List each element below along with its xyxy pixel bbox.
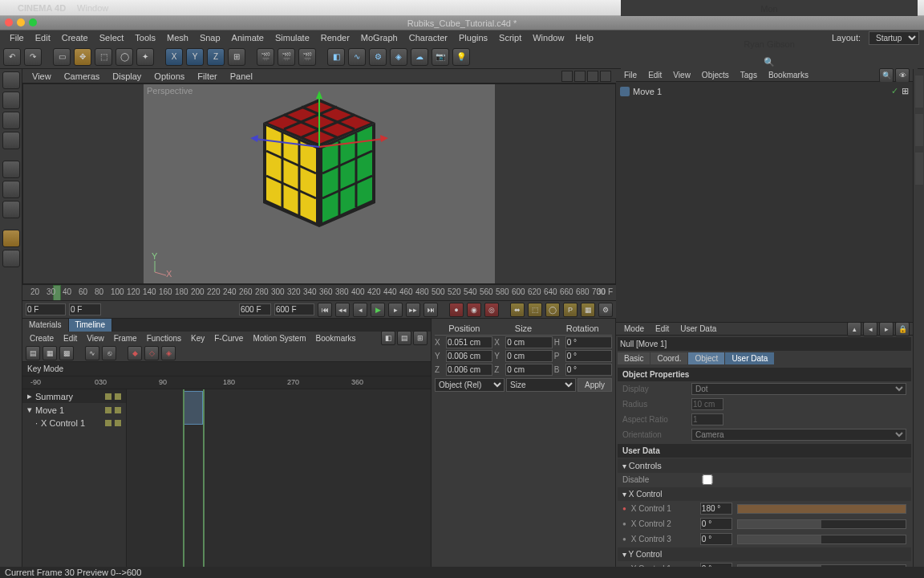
vp-nav-1[interactable] <box>561 71 573 82</box>
points-mode[interactable] <box>2 161 20 178</box>
tl-menu-edit[interactable]: Edit <box>59 333 81 344</box>
om-item-move1[interactable]: Move 1 ✓ ⊞ <box>619 85 910 97</box>
undo-button[interactable]: ↶ <box>3 48 21 66</box>
close-icon[interactable] <box>5 18 13 26</box>
goto-end-button[interactable]: ⏭ <box>424 303 438 317</box>
radius-field[interactable] <box>691 398 723 410</box>
deformer-tool[interactable]: ◈ <box>390 48 407 66</box>
menu-help[interactable]: Help <box>570 31 598 44</box>
time-ruler[interactable]: 2030406080100120140160180200220240260280… <box>22 284 616 300</box>
group-header[interactable]: ▾ X Control <box>618 487 911 501</box>
tl-menu-functions[interactable]: Functions <box>143 333 185 344</box>
key-options[interactable]: ⚙ <box>598 303 613 317</box>
tl-tool-1[interactable]: ▤ <box>26 346 40 360</box>
om-menu-tags[interactable]: Tags <box>736 70 762 80</box>
tab-structure-icon[interactable] <box>915 114 923 146</box>
control-slider[interactable] <box>737 519 906 529</box>
tl-tool-3[interactable]: ▩ <box>59 346 74 360</box>
object-manager[interactable]: Move 1 ✓ ⊞ <box>616 82 913 323</box>
scale-tool[interactable]: ⬚ <box>95 48 112 66</box>
om-menu-view[interactable]: View <box>668 70 695 80</box>
menu-animate[interactable]: Animate <box>227 31 269 44</box>
userdata-tag-icon[interactable]: ⊞ <box>902 86 909 96</box>
menu-select[interactable]: Select <box>95 31 129 44</box>
size-Y-field[interactable] <box>505 350 552 362</box>
key-rot[interactable]: ◯ <box>545 303 560 317</box>
texture-mode[interactable] <box>2 112 20 129</box>
size-Z-field[interactable] <box>505 364 552 376</box>
generator-tool[interactable]: ⚙ <box>369 48 387 66</box>
rot-X-field[interactable] <box>565 336 612 348</box>
move-tool[interactable]: ✥ <box>74 48 91 66</box>
tab-objects-icon[interactable] <box>915 75 923 108</box>
menu-plugins[interactable]: Plugins <box>454 31 492 44</box>
vp-nav-3[interactable] <box>587 71 598 82</box>
tl-opt-1[interactable]: ◧ <box>381 331 395 345</box>
pos-Z-field[interactable] <box>446 364 492 376</box>
viewport-solo[interactable] <box>2 250 20 267</box>
menu-mesh[interactable]: Mesh <box>162 31 193 44</box>
tl-tool-2[interactable]: ▦ <box>43 346 57 360</box>
app-name[interactable]: CINEMA 4D <box>18 3 66 13</box>
tl-playhead[interactable] <box>203 389 205 567</box>
select-tool[interactable]: ▭ <box>53 48 71 66</box>
tl-tool-5[interactable]: ⎋ <box>102 346 116 360</box>
viewport[interactable]: Perspective <box>22 83 616 284</box>
tab-timeline[interactable]: Timeline <box>69 319 112 332</box>
polygons-mode[interactable] <box>2 201 20 218</box>
tl-menu-create[interactable]: Create <box>26 333 58 344</box>
redo-button[interactable]: ↷ <box>24 48 42 66</box>
tab-attributes-icon[interactable] <box>915 153 923 185</box>
range-end-field[interactable] <box>239 303 271 315</box>
rotate-tool[interactable]: ◯ <box>116 48 133 66</box>
control-slider[interactable] <box>737 564 906 568</box>
coord-mode-select[interactable]: Object (Rel) <box>435 378 505 392</box>
play-button[interactable]: ▶ <box>371 303 385 317</box>
vp-menu-view[interactable]: View <box>27 70 56 83</box>
menu-edit[interactable]: Edit <box>30 31 55 44</box>
attr-tab-object[interactable]: Object <box>688 352 724 364</box>
menu-simulate[interactable]: Simulate <box>270 31 314 44</box>
tl-menu-motion[interactable]: Motion System <box>249 333 310 344</box>
size-X-field[interactable] <box>505 336 552 348</box>
tl-row-xcontrol1[interactable]: X Control 1 <box>41 418 85 428</box>
control-slider[interactable] <box>737 504 906 514</box>
cube-primitive[interactable]: ◧ <box>327 48 345 66</box>
menu-create[interactable]: Create <box>57 31 93 44</box>
y-axis-toggle[interactable]: Y <box>186 48 204 66</box>
tl-row-move1[interactable]: Move 1 <box>35 405 64 415</box>
prev-frame-button[interactable]: ◂ <box>353 303 367 317</box>
control-slider[interactable] <box>737 535 906 544</box>
minimize-icon[interactable] <box>17 18 25 26</box>
workplane-mode[interactable] <box>2 132 20 149</box>
orient-select[interactable]: Camera <box>691 429 906 441</box>
attr-tab-userdata[interactable]: User Data <box>725 352 774 364</box>
control-value-field[interactable] <box>700 533 732 545</box>
render-settings[interactable]: 🎬 <box>298 48 316 66</box>
control-value-field[interactable] <box>700 503 732 515</box>
attr-menu-edit[interactable]: Edit <box>650 324 674 334</box>
rubiks-cube-object[interactable] <box>247 91 391 251</box>
range-start-field[interactable] <box>69 303 101 315</box>
start-frame-field[interactable] <box>26 303 66 315</box>
group-header[interactable]: ▾ Y Control <box>618 547 911 561</box>
vp-menu-cameras[interactable]: Cameras <box>59 70 105 83</box>
last-tool[interactable]: ✦ <box>136 48 154 66</box>
axis-mode[interactable] <box>2 230 20 247</box>
key-scale[interactable]: ⬚ <box>528 303 542 317</box>
tl-tool-7[interactable]: ◇ <box>144 346 159 360</box>
key-pla[interactable]: ▦ <box>581 303 595 317</box>
control-value-field[interactable] <box>700 518 732 530</box>
tl-opt-2[interactable]: ▤ <box>397 331 411 345</box>
attr-controls-header[interactable]: ▾ Controls <box>618 458 911 473</box>
render-region[interactable]: 🎬 <box>278 48 295 66</box>
autokey-button[interactable]: ◉ <box>467 303 481 317</box>
pos-X-field[interactable] <box>446 336 492 348</box>
om-menu-file[interactable]: File <box>619 70 642 80</box>
prev-key-button[interactable]: ◂◂ <box>335 303 350 317</box>
layout-select[interactable]: Startup <box>869 31 919 45</box>
coord-size-select[interactable]: Size <box>506 378 576 392</box>
zoom-icon[interactable] <box>29 18 37 26</box>
om-search-icon[interactable]: 🔍 <box>879 68 894 83</box>
tl-menu-view[interactable]: View <box>83 333 108 344</box>
